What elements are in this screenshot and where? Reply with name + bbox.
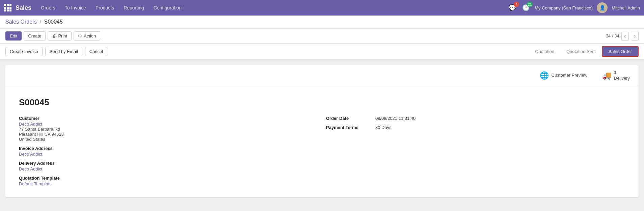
delivery-address-field: Delivery Address Deco Addict: [19, 161, 318, 172]
document-fields: Customer Deco Addict 77 Santa Barbara Rd…: [19, 116, 625, 186]
document-card: 🌐 Customer Preview 🚚 1 Delivery S00045: [5, 65, 639, 197]
invoice-address-value: Deco Addict: [19, 152, 318, 157]
action-bar: Create Invoice Send by Email Cancel Quot…: [0, 44, 644, 60]
toolbar: Edit Create 🖨 Print ⚙ Action 34 / 34 ‹ ›: [0, 29, 644, 44]
delivery-address-link[interactable]: Deco Addict: [19, 166, 42, 172]
order-date-label: Order Date: [326, 116, 370, 121]
grid-icon: [4, 4, 11, 11]
document-body: S00045 Customer Deco Addict 77 Santa Bar…: [5, 86, 639, 197]
gear-icon: ⚙: [78, 33, 82, 38]
app-logo[interactable]: Sales: [4, 4, 31, 11]
customer-field: Customer Deco Addict 77 Santa Barbara Rd…: [19, 116, 318, 142]
left-field-group: Customer Deco Addict 77 Santa Barbara Rd…: [19, 116, 318, 186]
create-button[interactable]: Create: [24, 31, 46, 41]
payment-terms-label: Payment Terms: [326, 125, 370, 130]
pipeline-step-quotation-sent[interactable]: Quotation Sent: [560, 47, 602, 56]
quotation-template-field: Quotation Template Default Template: [19, 176, 318, 186]
order-date-value: 09/08/2021 11:31:40: [375, 116, 415, 121]
customer-name-link[interactable]: Deco Addict: [19, 122, 42, 127]
prev-button[interactable]: ‹: [621, 32, 629, 41]
customer-address1: 77 Santa Barbara Rd: [19, 127, 318, 132]
user-avatar[interactable]: 👤: [597, 2, 608, 13]
print-label: Print: [58, 33, 67, 38]
invoice-address-label: Invoice Address: [19, 146, 318, 151]
cancel-button[interactable]: Cancel: [85, 47, 107, 56]
print-button[interactable]: 🖨 Print: [48, 31, 72, 41]
customer-address3: United States: [19, 137, 318, 142]
smart-buttons-bar: 🌐 Customer Preview 🚚 1 Delivery: [5, 65, 639, 86]
delivery-count: 1: [614, 70, 630, 76]
menu-products[interactable]: Products: [91, 0, 118, 16]
notifications-icon[interactable]: 💬 4: [508, 3, 517, 12]
app-title: Sales: [16, 4, 31, 11]
messages-icon[interactable]: 🕐 21: [521, 3, 531, 12]
payment-terms-row: Payment Terms 30 Days: [326, 125, 625, 130]
next-button[interactable]: ›: [631, 32, 639, 41]
company-name: My Company (San Francisco): [535, 5, 593, 10]
action-button[interactable]: ⚙ Action: [74, 31, 100, 41]
globe-icon: 🌐: [540, 71, 549, 80]
pipeline-step-sales-order[interactable]: Sales Order: [602, 46, 639, 57]
customer-preview-label: Customer Preview: [552, 73, 587, 78]
delivery-address-label: Delivery Address: [19, 161, 318, 166]
menu-reporting[interactable]: Reporting: [119, 0, 148, 16]
right-field-group: Order Date 09/08/2021 11:31:40 Payment T…: [326, 116, 625, 186]
invoice-address-link[interactable]: Deco Addict: [19, 152, 42, 157]
status-pipeline: Quotation Quotation Sent Sales Order: [529, 46, 639, 57]
page-content: 🌐 Customer Preview 🚚 1 Delivery S00045: [0, 60, 644, 203]
truck-icon: 🚚: [602, 71, 611, 80]
delivery-button[interactable]: 🚚 1 Delivery: [599, 68, 633, 83]
topnav-right: 💬 4 🕐 21 My Company (San Francisco) 👤 Mi…: [508, 2, 640, 13]
print-icon: 🖨: [52, 33, 56, 38]
pagination-text: 34 / 34: [606, 33, 619, 38]
main-menu: Orders To Invoice Products Reporting Con…: [37, 0, 508, 16]
payment-terms-value: 30 Days: [375, 125, 392, 130]
breadcrumb-parent[interactable]: Sales Orders: [5, 19, 37, 25]
delivery-address-value: Deco Addict: [19, 166, 318, 172]
create-invoice-button[interactable]: Create Invoice: [5, 47, 43, 56]
quotation-template-label: Quotation Template: [19, 176, 318, 181]
menu-to-invoice[interactable]: To Invoice: [61, 0, 90, 16]
notification-badge: 4: [514, 2, 519, 7]
customer-label: Customer: [19, 116, 318, 121]
invoice-address-field: Invoice Address Deco Addict: [19, 146, 318, 157]
breadcrumb-current: S00045: [44, 19, 63, 25]
quotation-template-value: Default Template: [19, 181, 318, 186]
breadcrumb-separator: /: [40, 19, 41, 25]
edit-button[interactable]: Edit: [5, 31, 22, 41]
message-badge: 21: [527, 2, 533, 7]
menu-orders[interactable]: Orders: [37, 0, 59, 16]
customer-preview-button[interactable]: 🌐 Customer Preview: [536, 69, 591, 82]
order-number: S00045: [19, 97, 625, 108]
send-email-button[interactable]: Send by Email: [45, 47, 82, 56]
customer-address2: Pleasant Hill CA 94523: [19, 132, 318, 137]
action-label: Action: [84, 33, 96, 38]
pipeline-step-quotation[interactable]: Quotation: [529, 47, 560, 56]
pagination-area: 34 / 34 ‹ ›: [606, 32, 639, 41]
order-date-row: Order Date 09/08/2021 11:31:40: [326, 116, 625, 121]
user-name: Mitchell Admin: [612, 5, 640, 10]
delivery-label: Delivery: [614, 76, 630, 81]
quotation-template-link[interactable]: Default Template: [19, 181, 52, 186]
breadcrumb: Sales Orders / S00045: [0, 16, 644, 29]
menu-configuration[interactable]: Configuration: [150, 0, 186, 16]
top-navigation: Sales Orders To Invoice Products Reporti…: [0, 0, 644, 16]
customer-value: Deco Addict 77 Santa Barbara Rd Pleasant…: [19, 122, 318, 142]
